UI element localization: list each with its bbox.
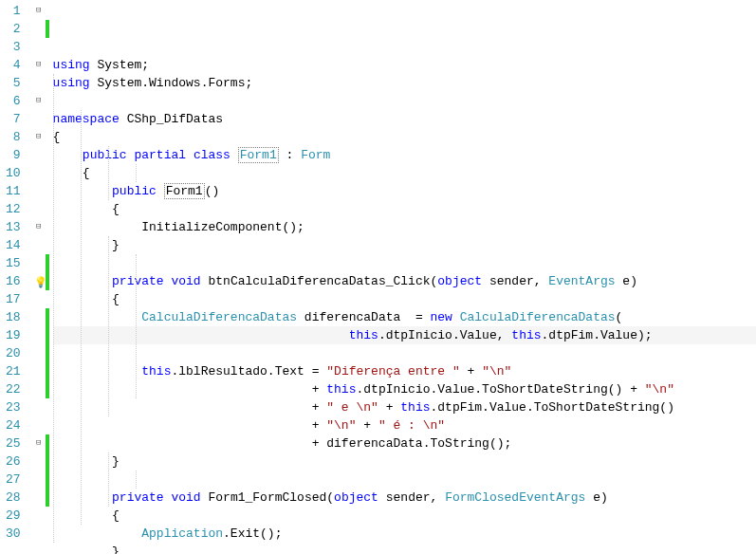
fold-toggle-icon[interactable]: ⊟: [34, 438, 44, 448]
token: (): [205, 184, 220, 198]
token: .dtpFim.Value.ToShortDateString(): [431, 400, 674, 415]
code-line[interactable]: namespace CShp_DifDatas: [53, 110, 756, 128]
token: this: [349, 328, 378, 342]
token: +: [53, 382, 327, 397]
code-line[interactable]: InitializeComponent();: [53, 218, 756, 236]
token: private: [112, 274, 164, 288]
line-number: 17: [6, 290, 21, 308]
token: {: [53, 508, 120, 523]
line-number: 30: [6, 525, 21, 543]
line-number: 19: [6, 326, 21, 344]
code-line[interactable]: [53, 92, 756, 110]
line-number: 15: [6, 254, 21, 272]
token: void: [171, 490, 200, 505]
token: {: [53, 166, 90, 180]
token: Form1: [238, 147, 279, 163]
lightbulb-icon[interactable]: 💡: [34, 276, 44, 286]
fold-toggle-icon[interactable]: ⊟: [34, 96, 44, 105]
code-line[interactable]: {: [53, 200, 756, 218]
line-number: 14: [6, 236, 21, 254]
code-line[interactable]: [53, 344, 756, 362]
token: this: [326, 382, 356, 397]
line-number: 23: [6, 398, 21, 416]
code-area[interactable]: using System;using System.Windows.Forms;…: [49, 0, 756, 554]
line-number: 26: [6, 452, 21, 471]
token: [53, 364, 142, 379]
code-line[interactable]: + " e \n" + this.dtpFim.Value.ToShortDat…: [53, 398, 756, 416]
code-line[interactable]: }: [53, 452, 756, 471]
line-number: 5: [6, 74, 21, 92]
code-line[interactable]: using System.Windows.Forms;: [53, 74, 756, 92]
line-number: 8: [6, 128, 21, 146]
token: Application: [141, 526, 223, 541]
line-number: 4: [6, 56, 21, 74]
token: class: [194, 148, 230, 162]
line-number: 28: [6, 489, 21, 507]
token: private: [112, 490, 164, 505]
fold-toggle-icon[interactable]: ⊟: [34, 132, 44, 141]
code-line[interactable]: {: [53, 164, 756, 182]
token: partial: [134, 148, 186, 162]
line-number: 29: [6, 507, 21, 525]
token: +: [378, 400, 400, 415]
token: .dtpInicio.Value.ToShortDateString() +: [356, 382, 644, 397]
token: CalculaDiferencaDatas: [141, 310, 297, 324]
token: }: [53, 545, 120, 554]
line-number: 9: [6, 146, 21, 164]
token: System.Windows.Forms;: [90, 76, 253, 90]
token: using: [53, 58, 90, 72]
token: +: [53, 400, 327, 415]
code-line[interactable]: public partial class Form1 : Form: [53, 146, 756, 164]
token: " é : \n": [378, 418, 445, 433]
code-line[interactable]: {: [53, 290, 756, 308]
line-number: 18: [6, 308, 21, 326]
code-line[interactable]: Application.Exit();: [53, 525, 756, 543]
line-number: 22: [6, 380, 21, 398]
line-number: 7: [6, 110, 21, 128]
code-line[interactable]: this.dtpInicio.Value, this.dtpFim.Value)…: [53, 326, 756, 344]
line-number: 11: [6, 182, 21, 200]
token: object: [334, 490, 378, 505]
token: [230, 148, 238, 162]
code-line[interactable]: }: [53, 236, 756, 254]
token: }: [53, 454, 120, 469]
token: e): [585, 490, 607, 505]
code-line[interactable]: using System;: [53, 56, 756, 74]
fold-toggle-icon[interactable]: ⊟: [34, 222, 44, 231]
token: public: [112, 184, 157, 198]
token: Form1_FormClosed(: [201, 490, 334, 505]
token: void: [171, 274, 200, 288]
code-line[interactable]: private void Form1_FormClosed(object sen…: [53, 489, 756, 507]
token: public: [83, 148, 127, 162]
code-line[interactable]: {: [53, 128, 756, 146]
fold-toggle-icon[interactable]: ⊟: [34, 6, 44, 15]
token: btnCalculaDiferencaDatas_Click(: [201, 274, 438, 288]
line-number: 20: [6, 344, 21, 362]
code-line[interactable]: {: [53, 507, 756, 525]
token: this: [400, 400, 430, 415]
token: + diferencaData.ToString();: [53, 436, 512, 451]
fold-toggle-icon[interactable]: ⊟: [34, 60, 44, 69]
code-line[interactable]: private void btnCalculaDiferencaDatas_Cl…: [53, 272, 756, 290]
code-line[interactable]: [53, 254, 756, 272]
token: new: [431, 310, 452, 324]
line-number: 6: [6, 92, 21, 110]
code-line[interactable]: CalculaDiferencaDatas diferencaData = ne…: [53, 308, 756, 326]
token: {: [53, 292, 120, 306]
token: [53, 490, 112, 505]
code-line[interactable]: [53, 471, 756, 489]
token: object: [437, 274, 482, 288]
line-number: 1: [6, 2, 21, 20]
code-line[interactable]: this.lblResultado.Text = "Diferença entr…: [53, 362, 756, 380]
code-line[interactable]: public Form1(): [53, 182, 756, 200]
line-number: 16: [6, 272, 21, 290]
line-number: 25: [6, 434, 21, 452]
code-line[interactable]: + "\n" + " é : \n": [53, 416, 756, 434]
code-line[interactable]: + diferencaData.ToString();: [53, 434, 756, 452]
code-line[interactable]: }: [53, 543, 756, 554]
code-editor[interactable]: 1234567891011121314151617181920212223242…: [0, 0, 756, 554]
token: {: [53, 130, 61, 144]
code-line[interactable]: + this.dtpInicio.Value.ToShortDateString…: [53, 380, 756, 398]
token: namespace: [53, 112, 120, 126]
token: [53, 328, 349, 342]
